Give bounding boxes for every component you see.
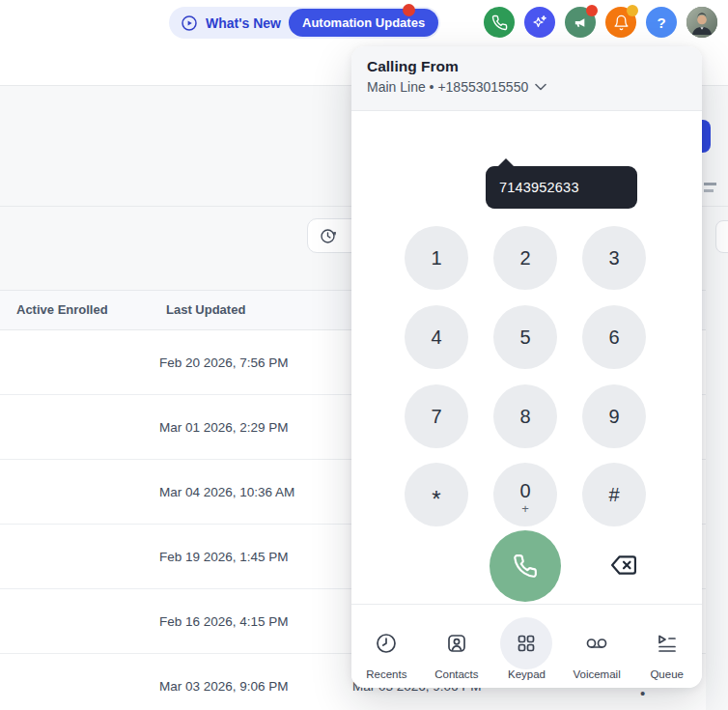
- key-5[interactable]: 5: [493, 305, 557, 369]
- column-header-active-enrolled: Active Enrolled: [16, 291, 108, 329]
- keypad-grid-icon: [515, 632, 538, 655]
- avatar-image: [686, 7, 717, 38]
- clock-icon: [375, 632, 398, 655]
- history-clock-icon: [319, 227, 337, 245]
- whats-new-icon: [181, 14, 198, 32]
- line-selector-value: Main Line • +18553015550: [367, 79, 528, 95]
- dialed-number-tooltip: 7143952633: [486, 166, 637, 209]
- last-updated-cell: Feb 16 2026, 4:15 PM: [159, 614, 289, 629]
- column-header-last-updated: Last Updated: [166, 291, 245, 329]
- tab-label: Queue: [650, 668, 684, 680]
- key-star[interactable]: *: [405, 463, 468, 526]
- contact-card-icon: [445, 632, 468, 655]
- dialer-header: Calling From Main Line • +18553015550: [351, 46, 702, 111]
- help-button[interactable]: ?: [646, 7, 677, 38]
- key-hash[interactable]: #: [582, 463, 646, 526]
- line-selector[interactable]: Main Line • +18553015550: [367, 79, 686, 95]
- last-updated-cell: Mar 04 2026, 10:36 AM: [159, 485, 294, 499]
- key-0[interactable]: 0 +: [493, 463, 557, 526]
- backspace-button[interactable]: [609, 553, 638, 578]
- toolbar-button-fragment[interactable]: [715, 220, 728, 253]
- tab-label: Recents: [366, 668, 406, 680]
- whats-new-label: What's New: [206, 15, 281, 31]
- phone-icon: [491, 14, 508, 31]
- key-1[interactable]: 1: [405, 226, 468, 290]
- last-updated-cell: Feb 19 2026, 1:45 PM: [159, 550, 289, 564]
- tab-contacts[interactable]: Contacts: [422, 605, 492, 688]
- key-8[interactable]: 8: [493, 384, 557, 448]
- phone-button[interactable]: [484, 7, 515, 38]
- tab-label: Voicemail: [573, 668, 620, 680]
- question-mark-icon: ?: [657, 14, 665, 31]
- bell-icon: [613, 14, 630, 31]
- dialer-panel: Calling From Main Line • +18553015550 71…: [351, 46, 702, 688]
- last-updated-cell: Mar 03 2026, 9:06 PM: [159, 679, 289, 694]
- calling-from-title: Calling From: [367, 58, 686, 75]
- key-6[interactable]: 6: [582, 305, 646, 369]
- key-2[interactable]: 2: [493, 226, 557, 290]
- megaphone-icon: [573, 14, 589, 31]
- notifications-alert-dot: [627, 5, 638, 16]
- tab-queue[interactable]: Queue: [631, 605, 702, 688]
- queue-icon: [656, 632, 679, 655]
- key-9[interactable]: 9: [582, 384, 646, 448]
- key-4[interactable]: 4: [405, 305, 468, 369]
- dialer-nav: Recents Contacts: [351, 605, 702, 688]
- key-7[interactable]: 7: [405, 384, 468, 448]
- last-updated-cell: Feb 20 2026, 7:56 PM: [159, 355, 289, 370]
- announcements-button[interactable]: [565, 7, 596, 38]
- call-phone-icon: [513, 554, 538, 579]
- chevron-down-icon: [535, 83, 546, 91]
- whats-new-button[interactable]: What's New Automation Updates: [169, 7, 440, 39]
- notification-dot: [403, 4, 415, 16]
- top-icon-row: ?: [484, 7, 717, 38]
- call-button[interactable]: [490, 530, 561, 602]
- ai-sparkles-button[interactable]: [524, 7, 555, 38]
- sparkles-icon: [531, 14, 548, 31]
- tab-label: Keypad: [508, 668, 546, 680]
- avatar[interactable]: [686, 7, 717, 38]
- key-3[interactable]: 3: [582, 226, 646, 290]
- tab-voicemail[interactable]: Voicemail: [562, 605, 632, 688]
- announcements-alert-dot: [586, 5, 598, 16]
- last-updated-cell: Mar 01 2026, 2:29 PM: [159, 420, 289, 435]
- tab-recents[interactable]: Recents: [351, 605, 422, 688]
- app-screen: What's New Automation Updates: [0, 0, 728, 710]
- text-fragment: [704, 189, 714, 192]
- tab-label: Contacts: [434, 668, 478, 680]
- voicemail-icon: [584, 632, 609, 655]
- text-fragment: [704, 183, 716, 185]
- automation-updates-badge[interactable]: Automation Updates: [289, 9, 438, 37]
- tab-keypad[interactable]: Keypad: [491, 605, 562, 688]
- notifications-button[interactable]: [605, 7, 636, 38]
- backspace-icon: [609, 553, 638, 578]
